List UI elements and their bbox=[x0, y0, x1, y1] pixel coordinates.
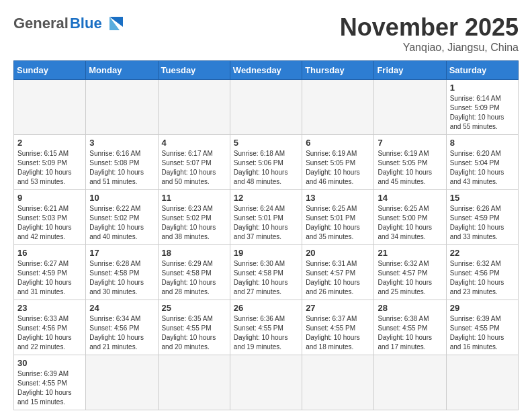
day-info: Sunrise: 6:26 AMSunset: 4:59 PMDaylight:… bbox=[450, 205, 504, 240]
table-row: 16 Sunrise: 6:27 AMSunset: 4:59 PMDaylig… bbox=[14, 245, 519, 300]
day-number: 10 bbox=[89, 193, 154, 203]
day-cell-6: 6 Sunrise: 6:19 AMSunset: 5:05 PMDayligh… bbox=[302, 135, 374, 190]
day-number: 7 bbox=[378, 138, 442, 148]
day-cell-1: 1 Sunrise: 6:14 AMSunset: 5:09 PMDayligh… bbox=[446, 80, 518, 135]
day-info: Sunrise: 6:14 AMSunset: 5:09 PMDaylight:… bbox=[450, 95, 504, 130]
day-number: 8 bbox=[450, 138, 515, 148]
table-row: 9 Sunrise: 6:21 AMSunset: 5:03 PMDayligh… bbox=[14, 190, 519, 245]
day-cell-22: 22 Sunrise: 6:32 AMSunset: 4:56 PMDaylig… bbox=[446, 245, 518, 300]
day-info: Sunrise: 6:39 AMSunset: 4:55 PMDaylight:… bbox=[17, 370, 72, 406]
day-number: 27 bbox=[306, 303, 370, 313]
day-cell-7: 7 Sunrise: 6:19 AMSunset: 5:05 PMDayligh… bbox=[374, 135, 446, 190]
day-number: 20 bbox=[306, 248, 370, 258]
day-cell-27: 27 Sunrise: 6:37 AMSunset: 4:55 PMDaylig… bbox=[302, 300, 374, 355]
empty-cell bbox=[86, 80, 158, 135]
day-info: Sunrise: 6:19 AMSunset: 5:05 PMDaylight:… bbox=[306, 150, 360, 185]
empty-cell bbox=[302, 355, 374, 410]
day-info: Sunrise: 6:31 AMSunset: 4:57 PMDaylight:… bbox=[306, 260, 360, 295]
weekday-header-row: Sunday Monday Tuesday Wednesday Thursday… bbox=[14, 61, 519, 80]
day-info: Sunrise: 6:29 AMSunset: 4:58 PMDaylight:… bbox=[162, 260, 216, 295]
day-cell-2: 2 Sunrise: 6:15 AMSunset: 5:09 PMDayligh… bbox=[14, 135, 86, 190]
day-number: 4 bbox=[162, 138, 226, 148]
day-info: Sunrise: 6:37 AMSunset: 4:55 PMDaylight:… bbox=[306, 315, 360, 351]
day-cell-15: 15 Sunrise: 6:26 AMSunset: 4:59 PMDaylig… bbox=[446, 190, 518, 245]
day-info: Sunrise: 6:33 AMSunset: 4:56 PMDaylight:… bbox=[17, 315, 72, 351]
empty-cell bbox=[446, 355, 518, 410]
day-number: 25 bbox=[162, 303, 226, 313]
day-info: Sunrise: 6:28 AMSunset: 4:58 PMDaylight:… bbox=[89, 260, 144, 295]
header-monday: Monday bbox=[86, 61, 158, 80]
day-number: 11 bbox=[162, 193, 226, 203]
day-cell-8: 8 Sunrise: 6:20 AMSunset: 5:04 PMDayligh… bbox=[446, 135, 518, 190]
day-cell-12: 12 Sunrise: 6:24 AMSunset: 5:01 PMDaylig… bbox=[230, 190, 302, 245]
day-number: 22 bbox=[450, 248, 515, 258]
day-cell-9: 9 Sunrise: 6:21 AMSunset: 5:03 PMDayligh… bbox=[14, 190, 86, 245]
day-number: 17 bbox=[89, 248, 154, 258]
day-info: Sunrise: 6:22 AMSunset: 5:02 PMDaylight:… bbox=[89, 205, 144, 240]
header-sunday: Sunday bbox=[14, 61, 86, 80]
day-info: Sunrise: 6:23 AMSunset: 5:02 PMDaylight:… bbox=[162, 205, 216, 240]
day-info: Sunrise: 6:25 AMSunset: 5:00 PMDaylight:… bbox=[378, 205, 432, 240]
day-info: Sunrise: 6:15 AMSunset: 5:09 PMDaylight:… bbox=[17, 150, 72, 185]
day-cell-4: 4 Sunrise: 6:17 AMSunset: 5:07 PMDayligh… bbox=[158, 135, 230, 190]
empty-cell bbox=[230, 355, 302, 410]
location: Yanqiao, Jiangsu, China bbox=[340, 42, 519, 54]
day-cell-5: 5 Sunrise: 6:18 AMSunset: 5:06 PMDayligh… bbox=[230, 135, 302, 190]
day-number: 14 bbox=[378, 193, 442, 203]
day-info: Sunrise: 6:27 AMSunset: 4:59 PMDaylight:… bbox=[17, 260, 72, 295]
day-number: 13 bbox=[306, 193, 370, 203]
header-friday: Friday bbox=[374, 61, 446, 80]
day-info: Sunrise: 6:18 AMSunset: 5:06 PMDaylight:… bbox=[234, 150, 288, 185]
table-row: 2 Sunrise: 6:15 AMSunset: 5:09 PMDayligh… bbox=[14, 135, 519, 190]
day-info: Sunrise: 6:39 AMSunset: 4:55 PMDaylight:… bbox=[450, 315, 504, 351]
title-area: November 2025 Yanqiao, Jiangsu, China bbox=[340, 13, 519, 54]
day-number: 24 bbox=[89, 303, 154, 313]
day-number: 19 bbox=[234, 248, 298, 258]
day-info: Sunrise: 6:34 AMSunset: 4:56 PMDaylight:… bbox=[89, 315, 144, 351]
day-cell-20: 20 Sunrise: 6:31 AMSunset: 4:57 PMDaylig… bbox=[302, 245, 374, 300]
day-number: 26 bbox=[234, 303, 298, 313]
day-number: 18 bbox=[162, 248, 226, 258]
day-cell-14: 14 Sunrise: 6:25 AMSunset: 5:00 PMDaylig… bbox=[374, 190, 446, 245]
logo-blue-text: Blue bbox=[70, 15, 102, 32]
day-info: Sunrise: 6:36 AMSunset: 4:55 PMDaylight:… bbox=[234, 315, 288, 351]
day-cell-13: 13 Sunrise: 6:25 AMSunset: 5:01 PMDaylig… bbox=[302, 190, 374, 245]
day-info: Sunrise: 6:30 AMSunset: 4:58 PMDaylight:… bbox=[234, 260, 288, 295]
empty-cell bbox=[158, 355, 230, 410]
day-info: Sunrise: 6:32 AMSunset: 4:57 PMDaylight:… bbox=[378, 260, 432, 295]
day-number: 21 bbox=[378, 248, 442, 258]
header-tuesday: Tuesday bbox=[158, 61, 230, 80]
header-wednesday: Wednesday bbox=[230, 61, 302, 80]
day-number: 16 bbox=[17, 248, 82, 258]
empty-cell bbox=[230, 80, 302, 135]
day-number: 15 bbox=[450, 193, 515, 203]
day-info: Sunrise: 6:21 AMSunset: 5:03 PMDaylight:… bbox=[17, 205, 72, 240]
day-cell-11: 11 Sunrise: 6:23 AMSunset: 5:02 PMDaylig… bbox=[158, 190, 230, 245]
empty-cell bbox=[86, 355, 158, 410]
calendar-table: Sunday Monday Tuesday Wednesday Thursday… bbox=[13, 60, 519, 410]
page-header: General Blue November 2025 Yanqiao, Jian… bbox=[13, 13, 519, 54]
day-info: Sunrise: 6:38 AMSunset: 4:55 PMDaylight:… bbox=[378, 315, 432, 351]
day-cell-18: 18 Sunrise: 6:29 AMSunset: 4:58 PMDaylig… bbox=[158, 245, 230, 300]
table-row: 1 Sunrise: 6:14 AMSunset: 5:09 PMDayligh… bbox=[14, 80, 519, 135]
day-number: 23 bbox=[17, 303, 82, 313]
empty-cell bbox=[302, 80, 374, 135]
day-cell-24: 24 Sunrise: 6:34 AMSunset: 4:56 PMDaylig… bbox=[86, 300, 158, 355]
day-info: Sunrise: 6:32 AMSunset: 4:56 PMDaylight:… bbox=[450, 260, 504, 295]
header-saturday: Saturday bbox=[446, 61, 518, 80]
day-cell-26: 26 Sunrise: 6:36 AMSunset: 4:55 PMDaylig… bbox=[230, 300, 302, 355]
logo-icon bbox=[106, 13, 126, 34]
day-cell-10: 10 Sunrise: 6:22 AMSunset: 5:02 PMDaylig… bbox=[86, 190, 158, 245]
day-cell-17: 17 Sunrise: 6:28 AMSunset: 4:58 PMDaylig… bbox=[86, 245, 158, 300]
day-info: Sunrise: 6:16 AMSunset: 5:08 PMDaylight:… bbox=[89, 150, 144, 185]
day-cell-23: 23 Sunrise: 6:33 AMSunset: 4:56 PMDaylig… bbox=[14, 300, 86, 355]
day-info: Sunrise: 6:25 AMSunset: 5:01 PMDaylight:… bbox=[306, 205, 360, 240]
month-title: November 2025 bbox=[340, 13, 519, 42]
day-cell-29: 29 Sunrise: 6:39 AMSunset: 4:55 PMDaylig… bbox=[446, 300, 518, 355]
day-number: 29 bbox=[450, 303, 515, 313]
logo: General Blue bbox=[13, 13, 126, 34]
day-info: Sunrise: 6:19 AMSunset: 5:05 PMDaylight:… bbox=[378, 150, 432, 185]
day-number: 28 bbox=[378, 303, 442, 313]
empty-cell bbox=[158, 80, 230, 135]
day-number: 30 bbox=[17, 358, 82, 368]
